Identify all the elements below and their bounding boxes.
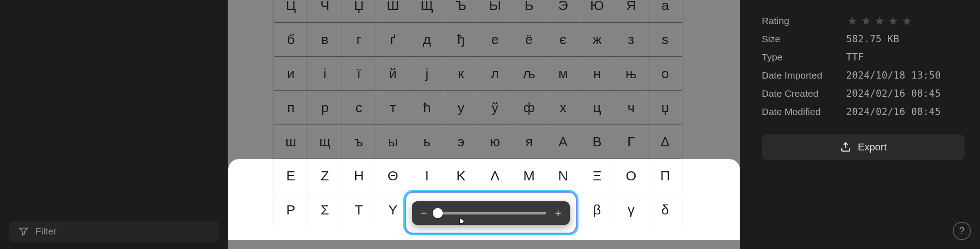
glyph-cell[interactable]: ј: [410, 57, 444, 91]
glyph-cell[interactable]: Ц: [274, 0, 308, 23]
glyph-cell[interactable]: ъ: [342, 125, 376, 159]
glyph-cell[interactable]: Ю: [580, 0, 614, 23]
glyph-cell[interactable]: Щ: [410, 0, 444, 23]
glyph-cell[interactable]: ч: [614, 91, 648, 125]
star-icon[interactable]: ★: [901, 15, 912, 27]
glyph-cell[interactable]: и: [274, 57, 308, 91]
star-icon[interactable]: ★: [846, 15, 858, 27]
glyph-cell[interactable]: Ε: [274, 159, 308, 193]
glyph-cell[interactable]: я: [512, 125, 546, 159]
star-icon[interactable]: ★: [860, 15, 872, 27]
glyph-row: бвгґдђеёєжзѕ: [274, 23, 682, 57]
glyph-cell[interactable]: м: [546, 57, 580, 91]
glyph-cell[interactable]: Σ: [308, 193, 342, 227]
star-icon[interactable]: ★: [873, 15, 885, 27]
glyph-cell[interactable]: л: [478, 57, 512, 91]
glyph-cell[interactable]: ї: [342, 57, 376, 91]
glyph-cell[interactable]: ц: [580, 91, 614, 125]
slider-plus-button[interactable]: +: [553, 207, 564, 219]
info-value-size: 582.75 KB: [846, 34, 899, 45]
glyph-cell[interactable]: е: [478, 23, 512, 57]
slider-minus-button[interactable]: −: [418, 207, 429, 219]
glyph-cell[interactable]: Υ: [376, 193, 410, 227]
glyph-cell[interactable]: н: [580, 57, 614, 91]
glyph-cell[interactable]: a: [648, 0, 682, 23]
glyph-cell[interactable]: є: [546, 23, 580, 57]
glyph-cell[interactable]: в: [308, 23, 342, 57]
glyph-cell[interactable]: Ρ: [274, 193, 308, 227]
glyph-cell[interactable]: ґ: [376, 23, 410, 57]
glyph-cell[interactable]: Κ: [444, 159, 478, 193]
glyph-cell[interactable]: Λ: [478, 159, 512, 193]
glyph-row: иіїйјклљмнњо: [274, 57, 682, 91]
glyph-cell[interactable]: Θ: [376, 159, 410, 193]
glyph-cell[interactable]: Ш: [376, 0, 410, 23]
glyph-cell[interactable]: Э: [546, 0, 580, 23]
glyph-cell[interactable]: ь: [410, 125, 444, 159]
glyph-cell[interactable]: Џ: [342, 0, 376, 23]
glyph-cell[interactable]: Ы: [478, 0, 512, 23]
glyph-cell[interactable]: ю: [478, 125, 512, 159]
help-button[interactable]: ?: [953, 222, 971, 240]
info-value-type: TTF: [846, 52, 864, 63]
info-label: Type: [762, 52, 846, 63]
glyph-cell[interactable]: џ: [648, 91, 682, 125]
glyph-cell[interactable]: ё: [512, 23, 546, 57]
glyph-cell[interactable]: Δ: [648, 125, 682, 159]
glyph-cell[interactable]: ђ: [444, 23, 478, 57]
glyph-cell[interactable]: г: [342, 23, 376, 57]
glyph-cell[interactable]: Ч: [308, 0, 342, 23]
slider-track[interactable]: [436, 212, 546, 214]
glyph-cell[interactable]: х: [546, 91, 580, 125]
glyph-cell[interactable]: Β: [580, 125, 614, 159]
glyph-cell[interactable]: э: [444, 125, 478, 159]
glyph-cell[interactable]: і: [308, 57, 342, 91]
glyph-cell[interactable]: Ζ: [308, 159, 342, 193]
glyph-cell[interactable]: Μ: [512, 159, 546, 193]
glyph-cell[interactable]: Τ: [342, 193, 376, 227]
glyph-cell[interactable]: Η: [342, 159, 376, 193]
glyph-cell[interactable]: Ι: [410, 159, 444, 193]
glyph-cell[interactable]: б: [274, 23, 308, 57]
glyph-cell[interactable]: ы: [376, 125, 410, 159]
glyph-cell[interactable]: Ь: [512, 0, 546, 23]
glyph-cell[interactable]: п: [274, 91, 308, 125]
glyph-cell[interactable]: о: [648, 57, 682, 91]
glyph-cell[interactable]: Ъ: [444, 0, 478, 23]
glyph-cell[interactable]: Я: [614, 0, 648, 23]
glyph-cell[interactable]: Ξ: [580, 159, 614, 193]
glyph-cell[interactable]: Ο: [614, 159, 648, 193]
glyph-cell[interactable]: у: [444, 91, 478, 125]
rating-stars[interactable]: ★ ★ ★ ★ ★: [846, 15, 912, 27]
glyph-cell[interactable]: ф: [512, 91, 546, 125]
glyph-cell[interactable]: ѕ: [648, 23, 682, 57]
glyph-cell[interactable]: ж: [580, 23, 614, 57]
glyph-cell[interactable]: т: [376, 91, 410, 125]
glyph-cell[interactable]: д: [410, 23, 444, 57]
glyph-cell[interactable]: з: [614, 23, 648, 57]
glyph-cell[interactable]: β: [580, 193, 614, 227]
glyph-cell[interactable]: γ: [614, 193, 648, 227]
filter-bar[interactable]: [9, 221, 219, 242]
glyph-cell[interactable]: с: [342, 91, 376, 125]
glyph-cell[interactable]: й: [376, 57, 410, 91]
glyph-cell[interactable]: ћ: [410, 91, 444, 125]
size-slider-panel[interactable]: − +: [412, 201, 570, 225]
glyph-cell[interactable]: δ: [648, 193, 682, 227]
glyph-cell[interactable]: Α: [546, 125, 580, 159]
glyph-cell[interactable]: њ: [614, 57, 648, 91]
glyph-cell[interactable]: щ: [308, 125, 342, 159]
star-icon[interactable]: ★: [887, 15, 899, 27]
glyph-cell[interactable]: Π: [648, 159, 682, 193]
glyph-cell[interactable]: ш: [274, 125, 308, 159]
export-button[interactable]: Export: [762, 134, 965, 160]
glyph-cell[interactable]: к: [444, 57, 478, 91]
slider-thumb[interactable]: [433, 208, 443, 218]
glyph-cell[interactable]: р: [308, 91, 342, 125]
glyph-cell[interactable]: Ν: [546, 159, 580, 193]
filter-input[interactable]: [35, 226, 199, 237]
glyph-cell[interactable]: љ: [512, 57, 546, 91]
glyph-row: ΕΖΗΘΙΚΛΜΝΞΟΠ: [274, 159, 682, 193]
glyph-cell[interactable]: ў: [478, 91, 512, 125]
glyph-cell[interactable]: Γ: [614, 125, 648, 159]
